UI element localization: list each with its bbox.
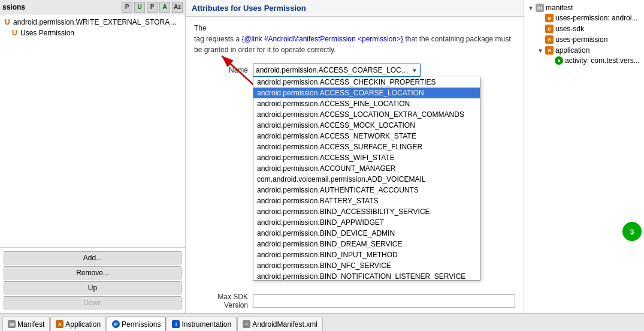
activity-label: activity: com.test.vers... [565,56,640,65]
manifest-icon: m [536,4,544,12]
tab-application[interactable]: A Application [50,317,106,331]
tree-node-application: ▼ e application ● activity: com.test.ver… [536,45,642,67]
dropdown-item-10[interactable]: android.permission.AUTHENTICATE_ACCOUNTS [253,185,480,195]
tree-label-uses-sdk[interactable]: e uses-sdk [536,24,642,34]
tree-node-uses-permission-1: e uses-permission: androi... [536,13,642,23]
uses-permission-2-label: uses-permission [555,35,607,44]
right-panel: ▼ m manifest e uses-permission: androi..… [524,0,644,313]
tab-manifest[interactable]: M Manifest [2,317,50,331]
max-sdk-field-row: Max SDK Version [194,293,515,309]
dropdown-item-18[interactable]: android.permission.BIND_NOTIFICATION_LIS… [253,271,480,281]
manifest-label: manifest [546,4,573,12]
uses-permission-1-label: uses-permission: androi... [555,14,637,22]
expand-manifest-icon[interactable]: ▼ [528,5,534,11]
name-field-row: Name android.permission.ACCESS_COARSE_LO… [194,64,515,77]
tree-node-uses-permission-2: e uses-permission [536,34,642,45]
dropdown-item-11[interactable]: android.permission.BATTERY_STATS [253,195,480,206]
tree-label-uses-permission-1[interactable]: e uses-permission: androi... [536,13,642,23]
tab-permissions-label: Permissions [122,320,161,329]
add-button[interactable]: Add... [4,251,182,264]
name-dropdown-container: android.permission.ACCESS_COARSE_LOCATIO… [253,64,515,77]
selected-permission-text: android.permission.ACCESS_COARSE_LOCATIO… [256,66,412,74]
max-sdk-label: Max SDK Version [194,293,248,309]
dropdown-item-15[interactable]: android.permission.BIND_DREAM_SERVICE [253,239,480,249]
tree-node-uses-sdk: e uses-sdk [536,23,642,34]
desc-intro: The [194,24,207,32]
toolbar-icon-sort[interactable]: Az [172,2,183,13]
down-button[interactable]: Down [4,296,182,309]
desc-body: tag requests a {@link #AndroidManifestPe… [194,35,511,54]
tree-label-uses-permission-2[interactable]: e uses-permission [536,35,642,44]
name-input-display[interactable]: android.permission.ACCESS_COARSE_LOCATIO… [253,64,421,77]
name-label: Name [194,66,248,74]
attributes-header: Attributes for Uses Permission [186,0,524,17]
dropdown-item-17[interactable]: android.permission.BIND_NFC_SERVICE [253,260,480,271]
application-label: application [555,46,589,55]
permissions-badge: P [112,320,120,328]
instrumentation-badge: I [172,320,180,328]
left-toolbar: ssions P U P A Az [0,0,185,14]
bottom-tab-bar: M Manifest A Application P Permissions I… [0,313,644,331]
toolbar-icon-p2[interactable]: P [147,2,158,13]
dropdown-item-14[interactable]: android.permission.BIND_DEVICE_ADMIN [253,228,480,239]
dropdown-item-12[interactable]: android.permission.BIND_ACCESSIBILITY_SE… [253,206,480,217]
description: The tag requests a {@link #AndroidManife… [194,23,515,55]
remove-button[interactable]: Remove... [4,266,182,279]
middle-panel: Attributes for Uses Permission The tag r… [186,0,524,313]
attributes-body: The tag requests a {@link #AndroidManife… [186,17,524,313]
list-item-write-external[interactable]: U android.permission.WRITE_EXTERNAL_STOR… [0,17,185,28]
uses-perm2-icon: e [545,35,554,44]
tab-application-label: Application [65,320,101,329]
left-panel: ssions P U P A Az U android.permission.W… [0,0,186,313]
tab-instrumentation-label: Instrumentation [182,320,231,329]
tree-node-activity: ● activity: com.test.vers... [546,55,642,66]
dropdown-chevron-icon[interactable]: ▼ [412,67,418,74]
list-item-uses-permission[interactable]: U Uses Permission [0,28,185,38]
permissions-dropdown-list[interactable]: android.permission.ACCESS_CHECKIN_PROPER… [253,77,480,281]
application-badge: A [56,320,64,328]
dropdown-item-2[interactable]: android.permission.ACCESS_FINE_LOCATION [253,98,480,109]
tree-node-manifest: ▼ m manifest e uses-permission: androi..… [527,2,642,67]
action-buttons: Add... Remove... Up Down [0,247,185,313]
permissions-list: U android.permission.WRITE_EXTERNAL_STOR… [0,14,185,247]
tab-instrumentation[interactable]: I Instrumentation [167,317,237,331]
manifest-badge: M [8,320,16,328]
toolbar-icon-a[interactable]: A [159,2,170,13]
uses-sdk-icon: e [545,25,554,33]
toolbar-icon-p1[interactable]: P [122,2,132,13]
tab-manifest-label: Manifest [17,320,44,329]
tab-permissions[interactable]: P Permissions [107,317,166,331]
toolbar-icon-u[interactable]: U [134,2,145,13]
dropdown-item-5[interactable]: android.permission.ACCESS_NETWORK_STATE [253,131,480,142]
tree-label-application[interactable]: ▼ e application [536,46,642,55]
dropdown-item-7[interactable]: android.permission.ACCESS_WIFI_STATE [253,152,480,163]
manifest-children: e uses-permission: androi... e uses-sdk [536,13,642,67]
dropdown-item-0[interactable]: android.permission.ACCESS_CHECKIN_PROPER… [253,77,480,88]
desc-link[interactable]: {@link #AndroidManifestPermission <permi… [241,35,403,43]
dropdown-item-1[interactable]: android.permission.ACCESS_COARSE_LOCATIO… [253,88,480,98]
tab-android-manifest-xml[interactable]: ≡ AndroidManifest.xml [237,317,323,331]
dropdown-item-4[interactable]: android.permission.ACCESS_MOCK_LOCATION [253,120,480,131]
dropdown-item-3[interactable]: android.permission.ACCESS_LOCATION_EXTRA… [253,109,480,120]
notification-circle: 3 [622,222,642,241]
panel-title: ssions [2,3,25,11]
manifest-tree: ▼ m manifest e uses-permission: androi..… [524,0,644,313]
dropdown-item-6[interactable]: android.permission.ACCESS_SURFACE_FLINGE… [253,142,480,152]
uses-sdk-label: uses-sdk [555,25,584,33]
application-children: ● activity: com.test.vers... [546,55,642,66]
dropdown-item-13[interactable]: android.permission.BIND_APPWIDGET [253,217,480,228]
expand-application-icon[interactable]: ▼ [537,47,543,54]
activity-icon: ● [555,56,563,65]
tree-label-activity[interactable]: ● activity: com.test.vers... [546,56,642,65]
tab-xml-label: AndroidManifest.xml [252,320,318,329]
dropdown-item-8[interactable]: android.permission.ACCOUNT_MANAGER [253,163,480,174]
dropdown-item-9[interactable]: com.android.voicemail.permission.ADD_VOI… [253,174,480,185]
dropdown-item-16[interactable]: android.permission.BIND_INPUT_METHOD [253,249,480,260]
xml-badge: ≡ [243,320,250,328]
uses-perm1-icon: e [545,14,554,22]
up-button[interactable]: Up [4,281,182,294]
max-sdk-input[interactable] [253,294,515,308]
tree-label-manifest[interactable]: ▼ m manifest [527,3,642,13]
application-icon: e [545,46,554,55]
